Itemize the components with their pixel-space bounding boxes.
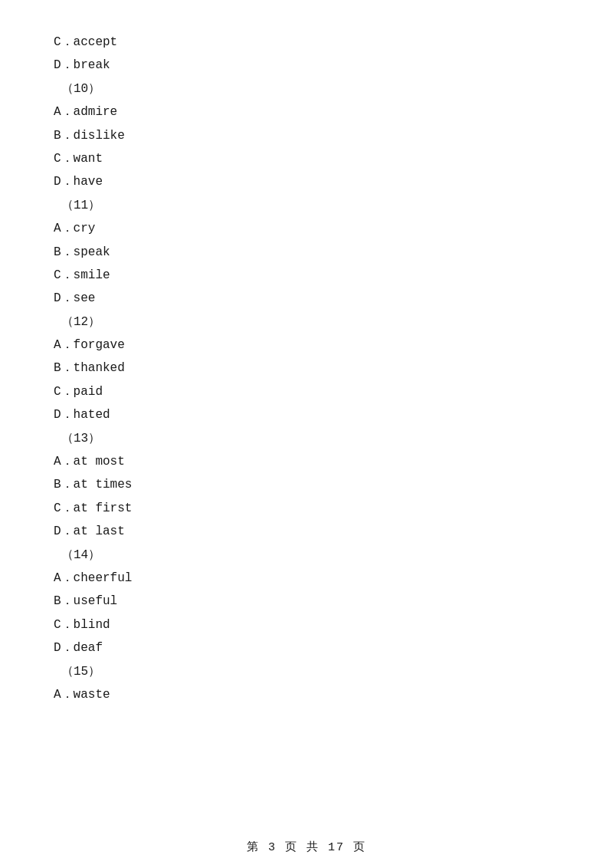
content-line-26: D．deaf (54, 636, 559, 659)
content-line-19: B．at times (54, 473, 559, 496)
content-line-1: D．break (54, 54, 559, 77)
content-line-22: （14） (54, 544, 559, 567)
content-line-12: （12） (54, 311, 559, 334)
page-footer: 第 3 页 共 17 页 (0, 840, 613, 854)
content-line-0: C．accept (54, 31, 559, 54)
content-line-25: C．blind (54, 613, 559, 636)
content-line-13: A．forgave (54, 334, 559, 357)
content-line-8: A．cry (54, 217, 559, 240)
content-line-5: C．want (54, 147, 559, 170)
content-line-18: A．at most (54, 450, 559, 473)
content-line-6: D．have (54, 170, 559, 193)
content-line-14: B．thanked (54, 357, 559, 380)
content-line-2: （10） (54, 77, 559, 100)
content-line-9: B．speak (54, 241, 559, 264)
content-line-27: （15） (54, 660, 559, 683)
content-line-20: C．at first (54, 497, 559, 520)
content-line-7: （11） (54, 194, 559, 217)
main-content: C．acceptD．break（10）A．admireB．dislikeC．wa… (0, 0, 613, 752)
content-line-21: D．at last (54, 520, 559, 543)
content-line-15: C．paid (54, 380, 559, 403)
content-line-24: B．useful (54, 590, 559, 613)
content-line-11: D．see (54, 287, 559, 310)
content-line-4: B．dislike (54, 124, 559, 147)
content-line-16: D．hated (54, 403, 559, 426)
content-line-23: A．cheerful (54, 567, 559, 590)
content-line-10: C．smile (54, 264, 559, 287)
content-line-3: A．admire (54, 100, 559, 123)
content-line-17: （13） (54, 427, 559, 450)
content-line-28: A．waste (54, 683, 559, 706)
